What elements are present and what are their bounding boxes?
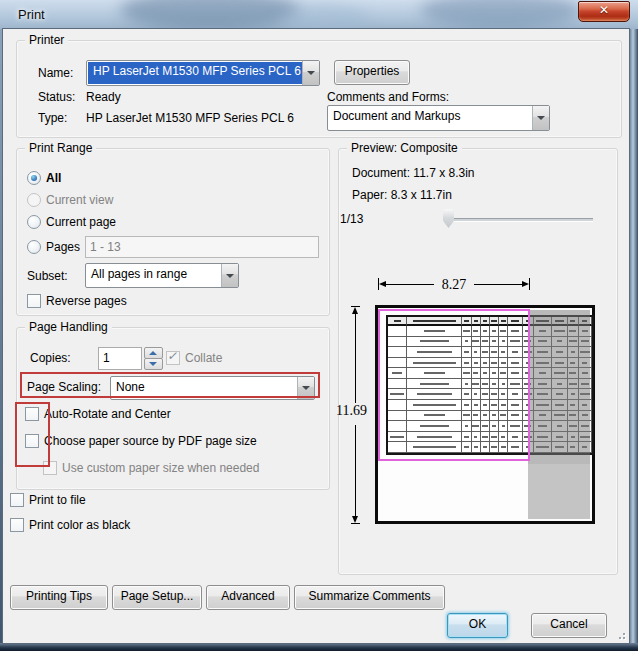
subset-combobox[interactable]: All pages in range	[85, 263, 239, 288]
preview-table-cell	[499, 442, 508, 453]
arrow-up-icon	[149, 351, 157, 355]
preview-page-indicator: 1/13	[340, 212, 363, 226]
preview-table-cell	[499, 389, 508, 400]
preview-table-cell	[472, 347, 481, 358]
page-setup-button[interactable]: Page Setup...	[112, 585, 202, 610]
preview-table-cell	[490, 442, 499, 453]
preview-table-cell	[499, 400, 508, 411]
preview-table-cell	[552, 326, 567, 337]
window-frame-bottom	[0, 643, 638, 651]
preview-table-cell	[388, 358, 407, 369]
radio-all[interactable]	[27, 171, 41, 185]
preview-table-cell	[499, 347, 508, 358]
cancel-button[interactable]: Cancel	[531, 613, 607, 638]
checkmark-icon: ✓	[167, 349, 177, 363]
preview-table-cell	[579, 400, 592, 411]
print-to-file-label: Print to file	[29, 493, 86, 507]
preview-table-cell	[462, 379, 471, 390]
preview-table-cell	[579, 368, 592, 379]
resize-grip[interactable]	[615, 629, 627, 641]
preview-table-cell	[472, 326, 481, 337]
preview-table-cell	[568, 421, 579, 432]
radio-pages[interactable]	[27, 240, 41, 254]
comments-forms-combobox[interactable]: Document and Markups	[327, 105, 550, 131]
preview-table-cell	[481, 389, 490, 400]
preview-table-cell	[499, 337, 508, 348]
preview-paper	[375, 305, 595, 524]
preview-table-header-cell	[552, 317, 567, 326]
collate-label: Collate	[185, 351, 222, 365]
preview-table-cell	[534, 326, 552, 337]
print-color-black-checkbox[interactable]	[10, 518, 24, 532]
preview-table-cell	[534, 379, 552, 390]
printer-name-combobox[interactable]: HP LaserJet M1530 MFP Series PCL 6	[86, 60, 320, 86]
preview-table-cell	[508, 389, 522, 400]
type-value: HP LaserJet M1530 MFP Series PCL 6	[86, 111, 294, 125]
preview-table-cell	[523, 368, 534, 379]
preview-table-cell	[523, 389, 534, 400]
paper-source-checkbox[interactable]	[25, 434, 39, 448]
reverse-pages-checkbox[interactable]	[27, 294, 41, 308]
preview-table-cell	[472, 337, 481, 348]
clipped-area-shade-lower	[528, 464, 590, 519]
preview-table-cell	[407, 337, 462, 348]
preview-table-cell	[490, 432, 499, 443]
page-scaling-value: None	[111, 377, 297, 399]
preview-table-cell	[508, 379, 522, 390]
preview-table-cell	[579, 389, 592, 400]
preview-table-cell	[481, 347, 490, 358]
summarize-comments-button[interactable]: Summarize Comments	[294, 585, 445, 610]
preview-table-cell	[407, 358, 462, 369]
preview-table-cell	[508, 347, 522, 358]
preview-table-cell	[499, 358, 508, 369]
preview-table-cell	[508, 368, 522, 379]
preview-table-cell	[523, 432, 534, 443]
preview-table-cell	[499, 379, 508, 390]
preview-table-cell	[462, 432, 471, 443]
page-handling-group-label: Page Handling	[25, 320, 112, 334]
preview-page-slider-track[interactable]	[448, 218, 593, 222]
preview-table-cell	[552, 389, 567, 400]
printer-name-label: Name:	[38, 66, 73, 80]
copies-spinner	[144, 347, 161, 369]
page-scaling-combo-button[interactable]	[297, 377, 314, 399]
preview-table-cell	[523, 326, 534, 337]
subset-combo-button[interactable]	[221, 264, 238, 287]
print-to-file-checkbox[interactable]	[10, 493, 24, 507]
preview-table-cell	[472, 432, 481, 443]
preview-table-cell	[499, 326, 508, 337]
preview-table-header-cell	[508, 317, 522, 326]
printing-tips-button[interactable]: Printing Tips	[10, 585, 108, 610]
preview-table-cell	[552, 421, 567, 432]
preview-table-cell	[508, 358, 522, 369]
preview-table-cell	[462, 347, 471, 358]
comments-forms-value: Document and Markups	[328, 106, 532, 130]
preview-table-header-cell	[523, 317, 534, 326]
preview-table-cell	[508, 432, 522, 443]
preview-table-cell	[407, 442, 462, 453]
auto-rotate-checkbox[interactable]	[25, 407, 39, 421]
preview-table-cell	[388, 432, 407, 443]
radio-current-page[interactable]	[27, 215, 41, 229]
preview-table-cell	[568, 347, 579, 358]
preview-table-cell	[534, 389, 552, 400]
advanced-button[interactable]: Advanced	[206, 585, 290, 610]
copies-input[interactable]: 1	[98, 347, 142, 370]
pages-range-input[interactable]: 1 - 13	[85, 236, 319, 258]
preview-table-cell	[462, 400, 471, 411]
radio-current-view-label: Current view	[46, 193, 113, 207]
comments-forms-combo-button[interactable]	[532, 106, 549, 130]
printer-name-combo-button[interactable]	[302, 61, 319, 85]
preview-table-cell	[481, 411, 490, 422]
properties-button-label: Properties	[345, 64, 400, 78]
preview-table-cell	[481, 368, 490, 379]
close-button[interactable]: ✕	[578, 1, 630, 22]
properties-button[interactable]: Properties	[334, 60, 410, 85]
spin-down-button[interactable]	[144, 358, 163, 370]
preview-table-cell	[568, 368, 579, 379]
page-scaling-combobox[interactable]: None	[110, 376, 315, 400]
status-value: Ready	[86, 90, 121, 104]
preview-table-cell	[481, 442, 490, 453]
preview-table-cell	[462, 421, 471, 432]
ok-button[interactable]: OK	[447, 613, 508, 638]
